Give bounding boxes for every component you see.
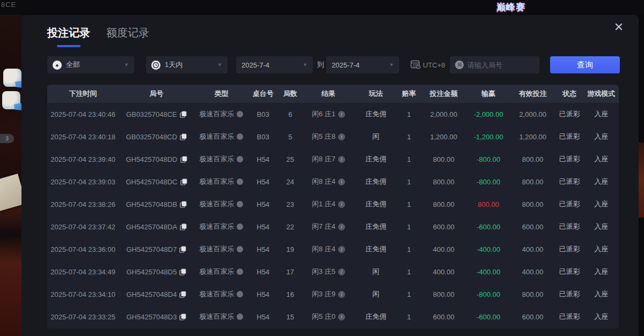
info-icon[interactable]: i [338, 246, 345, 253]
copy-icon[interactable] [179, 313, 186, 320]
cell-bet-amount: 800.00 [421, 283, 467, 305]
game-type-icon[interactable] [237, 201, 243, 207]
records-table: 下注时间局号类型桌台号局数结果玩法赔率投注金额输赢有效投注状态游戏模式 2025… [47, 85, 619, 328]
copy-icon[interactable] [180, 111, 187, 118]
cell-play-type: 庄免佣 [354, 238, 398, 260]
cell-round: 6 [277, 103, 303, 125]
info-icon[interactable]: i [338, 223, 345, 230]
date-to-dropdown[interactable]: 2025-7-4 ▼ [326, 56, 399, 73]
cell-win-loss: -1,200.00 [467, 125, 510, 148]
cell-table-no: B03 [248, 125, 277, 148]
cell-result: 闲3 庄9 i [303, 283, 354, 305]
emoji-sticker [2, 91, 20, 109]
game-type-icon[interactable] [237, 133, 243, 140]
table-body: 2025-07-04 23:40:46 GB03257048CE 极速百家乐 B… [47, 103, 619, 328]
game-type-icon[interactable] [237, 246, 243, 252]
info-icon[interactable]: i [338, 268, 345, 275]
cell-game-type: 极速百家乐 [194, 103, 248, 125]
spade-chip-icon: ♠ [53, 61, 62, 70]
copy-icon[interactable] [179, 291, 186, 298]
cell-bet-amount: 800.00 [421, 193, 467, 215]
cell-game-mode: 入座 [583, 283, 619, 305]
cell-result: 闲6 庄1 i [303, 103, 354, 125]
copy-icon[interactable] [180, 133, 187, 140]
cell-game-type: 极速百家乐 [194, 148, 248, 170]
cell-play-type: 庄免佣 [354, 305, 398, 328]
date-from-dropdown[interactable]: 2025-7-4 ▼ [236, 56, 313, 73]
game-type-icon[interactable] [237, 156, 243, 162]
game-type-icon[interactable] [237, 223, 243, 230]
cell-bet-time: 2025-07-04 23:36:00 [47, 238, 119, 260]
game-type-icon[interactable] [237, 268, 243, 275]
cell-game-id: GH54257048DB [119, 193, 194, 215]
info-icon[interactable]: i [338, 313, 345, 320]
close-icon[interactable]: ✕ [612, 20, 626, 34]
table-row: 2025-07-04 23:37:42 GH54257048DA 极速百家乐 H… [47, 215, 619, 238]
chevron-down-icon: ▼ [385, 62, 394, 68]
cell-game-id: GH54257048D3 [119, 305, 194, 328]
betting-records-modal: ✕ 投注记录 额度记录 ♠ 全部 ▼ 1天内 ▼ 2025-7-4 ▼ 到 [21, 15, 639, 336]
cell-win-loss: -400.00 [467, 238, 510, 260]
cell-valid-bet: 800.00 [510, 148, 555, 170]
cell-odds: 1 [398, 283, 421, 305]
copy-icon[interactable] [180, 156, 187, 163]
column-header: 投注金额 [421, 85, 467, 103]
cell-result: 闲1 庄4 i [303, 193, 354, 215]
cell-game-mode: 入座 [583, 193, 619, 215]
info-icon[interactable]: i [338, 291, 345, 298]
cell-result: 闲3 庄5 i [303, 260, 354, 283]
cell-status: 已派彩 [555, 103, 584, 125]
game-type-icon[interactable] [237, 111, 243, 117]
cell-round: 16 [277, 283, 303, 305]
cell-game-id: GH54257048DD [119, 148, 194, 170]
column-header: 局号 [119, 85, 194, 103]
cell-play-type: 闲 [354, 283, 398, 305]
copy-icon[interactable] [180, 201, 187, 208]
column-header: 状态 [555, 85, 584, 103]
chevron-down-icon: ▼ [120, 62, 129, 68]
copy-icon[interactable] [179, 268, 186, 275]
search-input[interactable] [467, 61, 534, 69]
game-type-icon[interactable] [237, 178, 243, 185]
copy-icon[interactable] [179, 246, 186, 253]
cell-play-type: 庄免佣 [354, 148, 398, 170]
category-value: 全部 [66, 60, 80, 70]
table-row: 2025-07-04 23:33:25 GH54257048D3 极速百家乐 H… [47, 305, 619, 328]
tab-betting-records[interactable]: 投注记录 [47, 26, 90, 47]
tournament-logo: 巅峰赛 [496, 1, 525, 14]
cell-game-id: GH54257048D5 [119, 260, 194, 283]
cell-game-type: 极速百家乐 [194, 170, 248, 193]
cell-game-type: 极速百家乐 [194, 260, 248, 283]
copy-icon[interactable] [180, 178, 187, 185]
table-row: 2025-07-04 23:34:49 GH54257048D5 极速百家乐 H… [47, 260, 619, 283]
info-icon[interactable]: i [338, 156, 345, 163]
game-type-icon[interactable] [237, 313, 243, 320]
query-button[interactable]: 查询 [550, 56, 620, 73]
cell-valid-bet: 800.00 [510, 193, 555, 215]
info-icon[interactable]: i [338, 201, 345, 208]
cell-game-type: 极速百家乐 [194, 238, 248, 260]
tab-quota-records[interactable]: 额度记录 [106, 26, 149, 47]
category-dropdown[interactable]: ♠ 全部 ▼ [47, 56, 134, 73]
column-header: 玩法 [354, 85, 398, 103]
cell-bet-time: 2025-07-04 23:38:26 [47, 193, 119, 215]
column-header: 下注时间 [47, 85, 119, 103]
cell-table-no: H54 [248, 170, 277, 193]
info-icon[interactable]: i [338, 178, 345, 185]
info-icon[interactable]: i [338, 133, 345, 140]
cell-win-loss: -400.00 [467, 260, 510, 283]
timezone-indicator[interactable]: UTC+8 [411, 59, 445, 71]
cell-valid-bet: 600.00 [510, 215, 555, 238]
game-type-icon[interactable] [237, 291, 243, 297]
game-id-search[interactable]: 局 [450, 56, 539, 73]
cell-table-no: H54 [248, 215, 277, 238]
time-range-dropdown[interactable]: 1天内 ▼ [146, 56, 228, 73]
cell-table-no: H54 [248, 305, 277, 328]
table-row: 2025-07-04 23:40:18 GB03257048CD 极速百家乐 B… [47, 125, 619, 148]
cell-bet-time: 2025-07-04 23:40:18 [47, 125, 119, 148]
copy-icon[interactable] [180, 223, 187, 230]
cell-table-no: B03 [248, 103, 277, 125]
info-icon[interactable]: i [338, 111, 345, 118]
cell-odds: 1 [398, 215, 421, 238]
cell-game-mode: 入座 [583, 125, 619, 148]
